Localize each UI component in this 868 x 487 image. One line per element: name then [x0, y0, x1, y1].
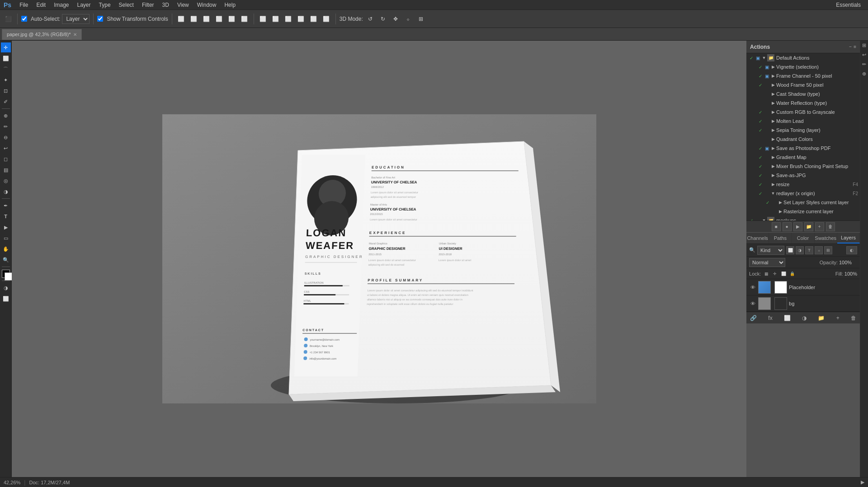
action-custom-rgb[interactable]: ✓ ▶ Custom RGB to Grayscale [746, 108, 860, 117]
document-tab[interactable]: paper.jpg @ 42,3% (RGB/8) * ✕ [2, 29, 82, 40]
action-sepia-toning[interactable]: ✓ ▶ Sepia Toning (layer) [746, 126, 860, 135]
action-expand-icon[interactable]: ▶ [770, 173, 776, 178]
action-expand-icon[interactable]: ▶ [770, 101, 776, 105]
lasso-tool[interactable]: ⌒ [1, 64, 11, 74]
shape-tool[interactable]: ▭ [1, 233, 11, 243]
lock-checkerboard-icon[interactable]: ▦ [763, 270, 770, 277]
delete-action-btn[interactable]: 🗑 [826, 222, 835, 231]
action-expand-icon[interactable]: ▶ [770, 83, 776, 87]
action-set-layer-styles[interactable]: ✓ ▶ Set Layer Styles current layer [746, 198, 860, 207]
path-select-tool[interactable]: ▶ [1, 222, 11, 232]
filter-shape-icon[interactable]: ⬦ [815, 246, 823, 254]
align-center-btn[interactable]: ⬜ [189, 14, 199, 24]
action-expand-icon[interactable]: ▶ [770, 128, 776, 132]
delete-layer-icon[interactable]: 🗑 [851, 315, 856, 321]
panel-menu-btn[interactable]: ≡ [854, 44, 856, 49]
background-color[interactable] [5, 272, 13, 281]
action-expand-icon[interactable]: ▶ [770, 65, 776, 69]
blend-mode-select[interactable]: Normal [749, 258, 785, 267]
eyedropper-tool[interactable]: ✐ [1, 97, 11, 107]
new-layer-icon[interactable]: + [836, 315, 840, 321]
menu-file[interactable]: File [16, 1, 32, 9]
align-middle-btn[interactable]: ⬜ [226, 14, 237, 24]
layer-kind-select[interactable]: Kind [757, 246, 784, 255]
create-action-set-btn[interactable]: 📁 [804, 222, 813, 231]
action-water-reflection[interactable]: ▶ Water Reflection (type) [746, 98, 860, 108]
gradient-tool[interactable]: ▤ [1, 165, 11, 175]
distribute-middle-btn[interactable]: ⬜ [308, 14, 319, 24]
new-group-icon[interactable]: 📁 [818, 315, 825, 321]
action-rasterize[interactable]: ▶ Rasterize current layer [746, 207, 860, 216]
action-expand-icon[interactable]: ▶ [777, 200, 783, 205]
history-tool[interactable]: ↩ [1, 143, 11, 153]
layer-visibility-icon[interactable]: 👁 [749, 301, 756, 306]
action-expand-icon[interactable]: ▶ [770, 155, 776, 159]
create-action-btn[interactable]: + [815, 222, 824, 231]
filter-toggle-btn[interactable]: ◐ [846, 246, 857, 254]
distribute-center-btn[interactable]: ⬜ [270, 14, 281, 24]
distribute-top-btn[interactable]: ⬜ [296, 14, 307, 24]
action-expand-icon[interactable]: ▶ [770, 92, 776, 96]
auto-select-checkbox[interactable] [21, 16, 27, 22]
3d-scale-btn[interactable]: ⊞ [415, 14, 426, 24]
marquee-tool[interactable]: ⬜ [1, 53, 11, 63]
tab-color[interactable]: Color [792, 233, 814, 244]
distribute-bottom-btn[interactable]: ⬜ [321, 14, 332, 24]
action-cast-shadow[interactable]: ▶ Cast Shadow (type) [746, 89, 860, 98]
zoom-tool[interactable]: 🔍 [1, 255, 11, 265]
layer-visibility-icon[interactable]: 👁 [749, 285, 756, 290]
menu-layer[interactable]: Layer [74, 1, 94, 9]
properties-icon[interactable]: ⊕ [862, 71, 866, 77]
type-tool[interactable]: T [1, 211, 11, 221]
menu-help[interactable]: Help [221, 1, 239, 9]
action-expand-icon[interactable]: ▶ [770, 110, 776, 114]
action-molten-lead[interactable]: ✓ ▶ Molten Lead [746, 117, 860, 126]
action-expand-icon[interactable]: ▶ [770, 119, 776, 123]
actions-icon[interactable]: ⊞ [862, 42, 866, 48]
add-style-icon[interactable]: fx [768, 315, 772, 321]
crop-tool[interactable]: ⊡ [1, 86, 11, 96]
dodge-tool[interactable]: ◑ [1, 187, 11, 197]
hand-tool[interactable]: ✋ [1, 244, 11, 254]
menu-3d[interactable]: 3D [159, 1, 173, 9]
action-expand-icon[interactable]: ▶ [770, 74, 776, 78]
begin-recording-btn[interactable]: ● [783, 222, 792, 231]
brush-tool[interactable]: ✏ [1, 122, 11, 131]
align-top-btn[interactable]: ⬜ [214, 14, 225, 24]
tab-layers[interactable]: Layers [837, 233, 860, 244]
show-transform-checkbox[interactable] [97, 16, 103, 22]
auto-select-dropdown[interactable]: Layer [62, 14, 90, 24]
play-action-btn[interactable]: ▶ [793, 222, 802, 231]
link-layers-icon[interactable]: 🔗 [750, 315, 757, 321]
distribute-left-btn[interactable]: ⬜ [258, 14, 269, 24]
action-expand-icon[interactable]: ▶ [777, 209, 783, 214]
menu-edit[interactable]: Edit [33, 1, 49, 9]
align-right-btn[interactable]: ⬜ [201, 14, 212, 24]
menu-type[interactable]: Type [95, 1, 114, 9]
pen-tool[interactable]: ✒ [1, 201, 11, 211]
action-resize[interactable]: ✓ ▶ resize F4 [746, 180, 860, 189]
action-save-jpg[interactable]: ✓ ▶ Save-as-JPG [746, 171, 860, 180]
action-vignette[interactable]: ✓ ▣ ▶ Vignette (selection) [746, 62, 860, 71]
menu-image[interactable]: Image [50, 1, 72, 9]
layer-bg[interactable]: 👁 bg [746, 295, 860, 312]
menu-window[interactable]: Window [193, 1, 220, 9]
layer-placeholder[interactable]: 👁 Placeholder [746, 279, 860, 295]
screen-mode-btn[interactable]: ⬜ [1, 294, 11, 304]
action-expand-icon[interactable]: ▶ [770, 182, 776, 187]
clone-tool[interactable]: ⊖ [1, 132, 11, 142]
action-expand-icon[interactable]: ▶ [770, 164, 776, 169]
action-save-pdf[interactable]: ✓ ▣ ▶ Save as Photoshop PDF [746, 144, 860, 153]
lock-artboard-icon[interactable]: ⬜ [780, 270, 787, 277]
action-mixer-brush[interactable]: ✓ ▶ Mixer Brush Cloning Paint Setup [746, 162, 860, 171]
distribute-right-btn[interactable]: ⬜ [283, 14, 294, 24]
history-icon[interactable]: ↩ [862, 52, 866, 58]
stop-recording-btn[interactable]: ■ [772, 222, 781, 231]
action-gradient-map[interactable]: ✓ ▶ Gradient Map [746, 153, 860, 162]
lock-all-icon[interactable]: 🔒 [788, 270, 796, 277]
action-expand-icon[interactable]: ▼ [770, 191, 776, 196]
brush-icon[interactable]: ✏ [862, 61, 866, 67]
menu-filter[interactable]: Filter [138, 1, 158, 9]
tab-channels[interactable]: Channels [746, 233, 769, 244]
action-expand-icon[interactable]: ▼ [761, 56, 767, 60]
